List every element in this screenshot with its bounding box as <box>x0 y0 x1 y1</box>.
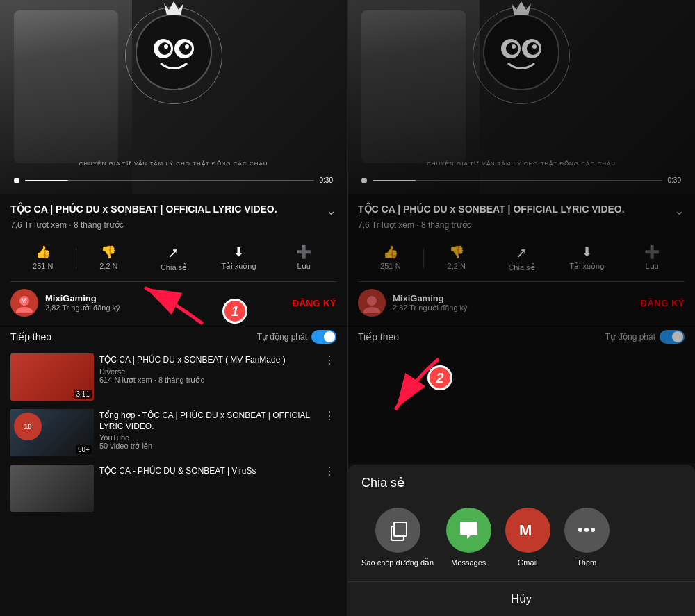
auto-play-toggle-right[interactable] <box>660 330 685 344</box>
vid-menu-3[interactable]: ⋮ <box>322 465 336 512</box>
channel-info-left: MixiGaming 2,82 Tr người đăng ký <box>45 293 293 313</box>
list-item[interactable]: 10 50+ Tổng hợp - TỘC CA | PHÚC DU x SON… <box>0 405 347 460</box>
svg-point-13 <box>527 42 539 55</box>
svg-point-2 <box>158 42 171 55</box>
like-icon: 👍 <box>35 244 51 260</box>
channel-avatar-left[interactable]: M <box>10 289 38 317</box>
share-icon-right: ↗ <box>516 244 528 261</box>
step-badge-1: 1 <box>222 299 247 324</box>
dislike-count: 2,2 N <box>99 262 117 270</box>
tieptheo-label-left: Tiếp theo <box>10 331 51 342</box>
save-icon: ➕ <box>296 244 311 260</box>
svg-rect-19 <box>394 522 407 536</box>
vid-info-1: TỘC CA | PHÚC DU x SONBEAT ( MV FanMade … <box>99 353 317 401</box>
save-icon-right: ➕ <box>644 244 660 260</box>
vid-channel-2: YouTube <box>99 433 317 442</box>
left-video-thumbnail[interactable]: CHUYÊN GIA TƯ VẤN TÂM LÝ CHO THẬT ĐỒNG C… <box>0 0 347 194</box>
share-button[interactable]: ↗ Chia sẻ <box>141 241 206 276</box>
share-button-right[interactable]: ↗ Chia sẻ <box>489 241 555 276</box>
right-video-title[interactable]: TỘC CA | PHÚC DU x SONBEAT | OFFICIAL LY… <box>358 203 669 215</box>
svg-text:M: M <box>21 297 26 305</box>
progress-time-right: 0:30 <box>668 176 681 184</box>
duration-1: 3:11 <box>74 390 92 399</box>
save-button[interactable]: ➕ Lưu <box>271 241 336 276</box>
right-tieptheo-row: Tiếp theo Tự động phát <box>348 324 695 349</box>
left-panel: CHUYÊN GIA TƯ VẤN TÂM LÝ CHO THẬT ĐỒNG C… <box>0 0 348 616</box>
left-video-meta: 7,6 Tr lượt xem · 8 tháng trước <box>10 220 336 230</box>
like-button-right[interactable]: 👍 251 N <box>358 241 423 276</box>
svg-text:M: M <box>519 522 532 539</box>
like-button[interactable]: 👍 251 N <box>10 241 76 276</box>
like-count: 251 N <box>33 262 53 270</box>
channel-name-left: MixiGaming <box>45 293 293 303</box>
thumbnail-2: 10 50+ <box>10 409 94 456</box>
download-button-right[interactable]: ⬇ Tải xuống <box>554 241 619 276</box>
dislike-button[interactable]: 👎 2,2 N <box>76 241 142 276</box>
left-video-title[interactable]: TỘC CA | PHÚC DU x SONBEAT | OFFICIAL LY… <box>10 203 320 215</box>
subscribe-button-left[interactable]: ĐĂNG KÝ <box>293 298 336 308</box>
video-subtitle-left: CHUYÊN GIA TƯ VẤN TÂM LÝ CHO THẬT ĐỒNG C… <box>79 160 268 167</box>
video-subtitle-right: CHUYÊN GIA TƯ VẤN TÂM LÝ CHO THẬT ĐỒNG C… <box>427 160 616 167</box>
download-label-right: Tải xuống <box>569 262 604 271</box>
list-item[interactable]: 3:11 TỘC CA | PHÚC DU x SONBEAT ( MV Fan… <box>0 349 347 405</box>
number-2: 2 <box>427 365 452 390</box>
share-gmail-item[interactable]: M Gmail <box>503 508 552 567</box>
auto-play-right: Tự động phát <box>605 330 685 344</box>
like-icon-right: 👍 <box>383 244 398 260</box>
share-icons-row: Sao chép đường dẫn Messages M Gmail <box>348 497 695 581</box>
vid-info-2: Tổng hợp - TỘC CA | PHÚC DU x SONBEAT | … <box>99 409 317 456</box>
share-messages-item[interactable]: Messages <box>444 508 493 567</box>
number-1: 1 <box>222 299 247 324</box>
messages-icon-circle <box>446 508 491 553</box>
dislike-button-right[interactable]: 👎 2,2 N <box>424 241 489 276</box>
step-badge-2: 2 <box>427 365 452 390</box>
auto-play-text-left: Tự động phát <box>257 332 307 342</box>
progress-dot-right <box>361 178 367 183</box>
like-count-right: 251 N <box>380 262 400 270</box>
share-copy-item[interactable]: Sao chép đường dẫn <box>361 508 434 567</box>
svg-point-7 <box>16 307 33 313</box>
gmail-label: Gmail <box>518 558 538 567</box>
dislike-count-right: 2,2 N <box>448 262 466 270</box>
channel-subs-right: 2,82 Tr người đăng ký <box>393 303 641 313</box>
vid-menu-2[interactable]: ⋮ <box>322 409 336 456</box>
right-panel: CHUYÊN GIA TƯ VẤN TÂM LÝ CHO THẬT ĐỒNG C… <box>348 0 695 616</box>
share-label: Chia sẻ <box>161 263 187 272</box>
svg-point-16 <box>367 296 377 306</box>
cancel-button[interactable]: Hủy <box>348 581 695 616</box>
download-icon: ⬇ <box>234 244 244 260</box>
share-title: Chia sẻ <box>361 475 681 490</box>
left-tieptheo-row: Tiếp theo Tự động phát <box>0 324 347 349</box>
channel-avatar-right[interactable] <box>358 289 386 317</box>
gmail-icon-circle: M <box>505 508 550 553</box>
auto-play-toggle-left[interactable] <box>311 330 336 344</box>
save-button-right[interactable]: ➕ Lưu <box>619 241 685 276</box>
download-button[interactable]: ⬇ Tải xuống <box>206 241 272 276</box>
share-label-right: Chia sẻ <box>508 263 534 272</box>
vid-title-3: TỘC CA - PHÚC DU & SONBEAT | ViruSs <box>99 466 317 477</box>
progress-time: 0:30 <box>320 176 333 184</box>
vid-channel-1: Diverse <box>99 367 317 376</box>
save-label-right: Lưu <box>645 262 658 271</box>
share-more-item[interactable]: Thêm <box>562 508 611 567</box>
vid-menu-1[interactable]: ⋮ <box>322 353 336 401</box>
left-action-bar: 👍 251 N 👎 2,2 N ↗ Chia sẻ ⬇ Tải xuống ➕ … <box>10 235 336 282</box>
subscribe-button-right[interactable]: ĐĂNG KÝ <box>641 298 685 308</box>
chevron-down-icon[interactable]: ⌄ <box>326 203 336 218</box>
chevron-down-icon-right[interactable]: ⌄ <box>674 203 685 218</box>
svg-point-3 <box>179 42 192 55</box>
channel-subs-left: 2,82 Tr người đăng ký <box>45 303 293 313</box>
thumbnail-3 <box>10 465 94 512</box>
messages-label: Messages <box>451 558 486 567</box>
crown-icon <box>163 0 184 20</box>
right-video-thumbnail[interactable]: CHUYÊN GIA TƯ VẤN TÂM LÝ CHO THẬT ĐỒNG C… <box>348 0 695 194</box>
list-item[interactable]: TỘC CA - PHÚC DU & SONBEAT | ViruSs ⋮ <box>0 460 347 516</box>
more-icon-circle <box>564 508 610 553</box>
progress-bar[interactable] <box>25 180 314 181</box>
cartoon-face-right <box>483 14 559 90</box>
progress-bar-right[interactable] <box>373 180 662 181</box>
download-label: Tải xuống <box>222 262 256 271</box>
dislike-icon-right: 👎 <box>449 244 464 260</box>
right-action-bar: 👍 251 N 👎 2,2 N ↗ Chia sẻ ⬇ Tải xuống ➕ … <box>358 235 685 282</box>
vid-views-2: 50 video trở lên <box>99 442 317 451</box>
